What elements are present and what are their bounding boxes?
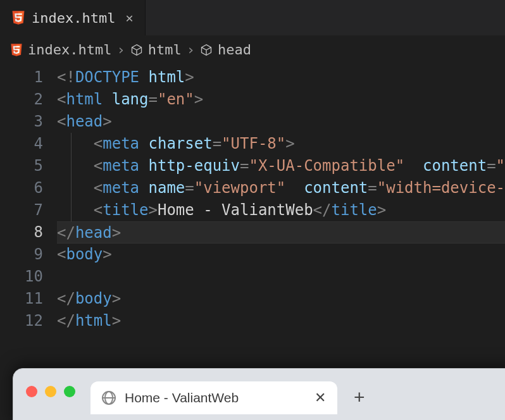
code-area[interactable]: <!DOCTYPE html><html lang="en"><head> <m… [57,66,505,332]
breadcrumb-separator: › [187,42,195,58]
code-line[interactable] [57,266,505,288]
breadcrumb-label: head [218,42,251,58]
code-line[interactable]: <!DOCTYPE html> [57,66,505,89]
breadcrumb-item[interactable]: index.html [10,42,111,58]
line-number: 3 [0,111,43,133]
html5-icon [10,43,23,57]
minimize-window-button[interactable] [45,386,56,397]
browser-tab[interactable]: Home - ValiantWeb ✕ [90,381,337,414]
line-number: 9 [0,244,43,266]
code-line[interactable]: <head> [57,111,505,133]
line-number: 4 [0,133,43,155]
line-number: 11 [0,288,43,310]
indent-guide [71,155,72,177]
window-controls [26,386,75,397]
line-number-gutter: 123456789101112 [0,66,57,332]
globe-icon [102,391,116,405]
editor-tab[interactable]: index.html ✕ [0,0,146,35]
line-number: 7 [0,199,43,221]
close-window-button[interactable] [26,386,37,397]
breadcrumb-label: index.html [28,42,111,58]
browser-tabstrip: Home - ValiantWeb ✕ + [13,369,505,414]
browser-window: Home - ValiantWeb ✕ + [13,368,505,420]
editor-tab-filename: index.html [32,10,115,26]
close-icon[interactable]: ✕ [315,390,326,406]
editor-tabbar: index.html ✕ [0,0,505,35]
browser-tab-title: Home - ValiantWeb [125,390,306,405]
element-icon [200,44,213,56]
code-line[interactable]: <body> [57,244,505,266]
indent-guide [71,133,72,155]
element-icon [130,44,143,56]
code-line[interactable]: <meta charset="UTF-8"> [57,133,505,155]
code-line[interactable]: </body> [57,288,505,310]
breadcrumb-item[interactable]: html [130,42,182,58]
code-line[interactable]: <html lang="en"> [57,89,505,111]
code-line[interactable]: <meta name="viewport" content="width=dev… [57,177,505,199]
line-number: 2 [0,89,43,111]
line-number: 1 [0,66,43,89]
code-editor[interactable]: 123456789101112 <!DOCTYPE html><html lan… [0,66,505,332]
close-icon[interactable]: ✕ [125,10,133,25]
line-number: 10 [0,266,43,288]
code-line[interactable]: <title>Home - ValiantWeb</title> [57,199,505,221]
breadcrumb-item[interactable]: head [200,42,251,58]
breadcrumb-label: html [148,42,182,58]
new-tab-button[interactable]: + [354,386,365,408]
code-line[interactable]: </html> [57,310,505,332]
breadcrumb-separator: › [116,42,125,58]
line-number: 5 [0,155,43,177]
line-number: 12 [0,310,43,332]
code-line[interactable]: </head> [57,221,505,244]
line-number: 8 [0,221,43,244]
html5-icon [11,10,25,25]
breadcrumb: index.html›html›head [0,35,505,66]
indent-guide [71,199,72,221]
code-line[interactable]: <meta http-equiv="X-UA-Compatible" conte… [57,155,505,177]
maximize-window-button[interactable] [64,386,75,397]
line-number: 6 [0,177,43,199]
indent-guide [71,177,72,199]
